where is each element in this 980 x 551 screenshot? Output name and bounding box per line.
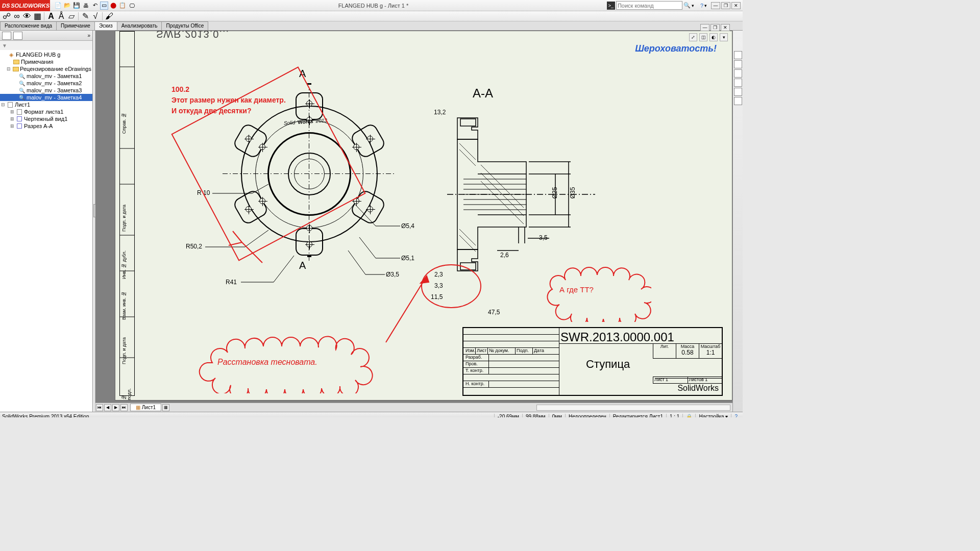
panel-pin-icon[interactable]: » (87, 33, 90, 38)
help-icon[interactable]: ? (700, 3, 703, 9)
taskpane-resources-icon[interactable] (734, 51, 742, 59)
hide-show-icon[interactable]: ▾ (720, 33, 728, 41)
tree-note-1[interactable]: 🔍malov_mv - Заметка1 (0, 72, 92, 80)
mdi-min-button[interactable]: — (700, 24, 709, 31)
redline-note-l2: И откуда две десятки? (172, 106, 251, 115)
filter-icon[interactable]: ▼ (2, 43, 7, 48)
minimize-button[interactable]: — (711, 2, 720, 9)
tree-section[interactable]: ⊞Разрез A-A (0, 122, 92, 130)
command-manager-tabs: Расположение вида Примечание Эскиз Анали… (0, 21, 743, 31)
sheet-nav-last[interactable]: ⏭ (120, 404, 128, 411)
save-button[interactable]: 💾 (72, 2, 81, 10)
svg-line-32 (481, 181, 524, 224)
eye-icon[interactable]: 👁 (22, 12, 32, 20)
tree-view1[interactable]: ⊞Чертежный вид1 (0, 115, 92, 122)
main-area: » ▼ ◈FLANGED HUB g Примечания ⊟Рецензиро… (0, 31, 743, 412)
tb-mass-val: 0.58 (676, 349, 699, 356)
taskpane-library-icon[interactable] (734, 60, 742, 68)
svg-line-27 (459, 149, 476, 166)
tree-note-4[interactable]: 🔍malov_mv - Заметка4 (0, 94, 92, 101)
new-button[interactable]: 📄 (54, 2, 62, 10)
tab-annotation[interactable]: Примечание (56, 21, 95, 30)
section-arrow-bot: A (299, 260, 306, 271)
taskpane-appearance-icon[interactable] (734, 88, 742, 96)
tb-mass: Масса (676, 344, 699, 349)
chain-icon[interactable]: ∞ (12, 12, 21, 20)
sheet-nav-next[interactable]: ▶ (112, 404, 119, 411)
tb-lit: Лит. (653, 344, 676, 349)
status-help-icon[interactable]: ? (731, 414, 741, 418)
mdi-restore-button[interactable]: ❐ (710, 24, 720, 31)
note-icon[interactable]: ✎ (81, 12, 90, 20)
tree-sheet-label: Лист1 (15, 102, 30, 108)
sheet-nav-prev[interactable]: ◀ (104, 404, 111, 411)
surface-icon[interactable]: √ (91, 12, 100, 20)
paint-icon[interactable]: 🖌 (105, 12, 114, 20)
tree-sheet-format[interactable]: ⊞Формат листа1 (0, 108, 92, 115)
dim-d54: Ø5,4 (401, 222, 414, 230)
tb-data: Дата (533, 348, 548, 354)
status-custom-label: Настройка (699, 414, 724, 418)
grid-icon[interactable]: ▦ (33, 12, 42, 20)
tb-prov: Пров. (464, 361, 489, 367)
open-button[interactable]: 📂 (63, 2, 71, 10)
close-button[interactable]: ✕ (731, 2, 741, 9)
logo-text: SOLIDWORKS (11, 3, 50, 9)
titleblock-part-name: Ступица (586, 358, 630, 371)
taskpane-explorer-icon[interactable] (734, 69, 742, 78)
status-lock-icon[interactable]: 🔒 (682, 414, 695, 418)
undo-button[interactable]: ↶ (91, 2, 99, 10)
svg-marker-49 (421, 276, 429, 283)
datum-icon[interactable]: ▱ (67, 12, 76, 20)
tb-podp: Подп. (516, 348, 533, 354)
command-search-input[interactable] (616, 1, 682, 10)
search-icon[interactable]: 🔍 (683, 2, 691, 9)
dim-3-3: 3,3 (434, 282, 443, 289)
tree-edrawings[interactable]: ⊟Рецензирование eDrawings (0, 65, 92, 72)
tb-tkontr: Т. контр. (464, 368, 489, 374)
tb-razrab: Разраб. (464, 355, 489, 361)
sheet-add-button[interactable]: ▦ (162, 404, 169, 411)
select-button[interactable]: ▭ (100, 2, 108, 10)
dim-r10: R 10 (197, 189, 210, 196)
status-custom[interactable]: Настройка ▾ (695, 414, 731, 418)
dim-11-5: 11,5 (431, 293, 443, 300)
tab-evaluate[interactable]: Анализировать (117, 21, 162, 30)
configuration-tab-icon[interactable] (13, 32, 22, 40)
feature-tree[interactable]: ◈FLANGED HUB g Примечания ⊟Рецензировани… (0, 50, 92, 412)
redline-roughness-text: Шероховатость! (635, 43, 717, 54)
sheet-nav-first[interactable]: ⏮ (96, 404, 103, 411)
dim-r41: R41 (226, 279, 237, 286)
tree-note-1-label: malov_mv - Заметка1 (27, 73, 82, 79)
view-orient-icon[interactable]: ◫ (699, 33, 707, 41)
tree-note-3[interactable]: 🔍malov_mv - Заметка3 (0, 87, 92, 94)
taskpane-palette-icon[interactable] (734, 79, 742, 87)
dim-47-5: 47,5 (488, 309, 500, 316)
screen-button[interactable]: 🖵 (128, 2, 136, 10)
zoom-fit-icon[interactable]: ⤢ (689, 33, 697, 41)
print-button[interactable]: 🖶 (82, 2, 90, 10)
tree-note-2[interactable]: 🔍malov_mv - Заметка2 (0, 80, 92, 87)
search-wrap: >_ 🔍 ▾ ? ▾ (607, 1, 707, 10)
text-icon[interactable]: A (46, 12, 56, 20)
restore-button[interactable]: ❐ (721, 2, 730, 9)
link-icon[interactable]: ☍ (2, 12, 11, 20)
help-dropdown-icon[interactable]: ▾ (704, 3, 707, 8)
tree-annotations[interactable]: Примечания (0, 58, 92, 65)
svg-line-12 (274, 256, 294, 282)
sheet-tab-1[interactable]: ▦ Лист1 (130, 404, 161, 411)
balloon-icon[interactable]: Å (57, 12, 66, 20)
feature-manager-tab-icon[interactable] (2, 32, 11, 40)
search-dropdown-icon[interactable]: ▾ (692, 3, 694, 8)
display-style-icon[interactable]: ◐ (709, 33, 718, 41)
rebuild-button[interactable]: ⬤ (109, 2, 117, 10)
taskpane-custom-icon[interactable] (734, 97, 742, 105)
drawing-viewport[interactable]: Справ. № Подп. и дата Инв. № дубл. Взам.… (95, 31, 732, 412)
horizontal-scrollbar[interactable] (536, 405, 730, 411)
mdi-close-button[interactable]: ✕ (721, 24, 730, 31)
tree-sheet[interactable]: ⊟Лист1 (0, 101, 92, 108)
tab-sketch[interactable]: Эскиз (94, 21, 117, 30)
tab-view-layout[interactable]: Расположение вида (0, 21, 57, 30)
options-button[interactable]: 📋 (118, 2, 127, 10)
tree-root[interactable]: ◈FLANGED HUB g (0, 51, 92, 58)
